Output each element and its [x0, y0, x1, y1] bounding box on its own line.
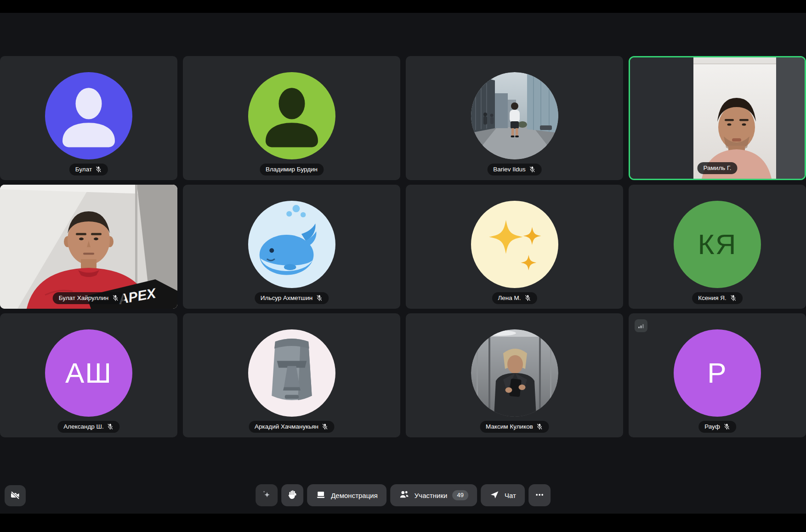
mic-muted-icon — [524, 294, 531, 301]
person-icon — [248, 72, 335, 159]
chat-button[interactable]: Чат — [481, 484, 525, 506]
mic-muted-icon — [322, 423, 329, 430]
letterbox-top — [0, 0, 806, 13]
participant-name-pill: Максим Куликов — [480, 421, 549, 433]
participant-tile[interactable]: КЯКсения Я. — [629, 185, 806, 309]
avatar: КЯ — [674, 201, 761, 288]
sparkles-emoji — [471, 201, 558, 288]
mic-muted-icon — [107, 423, 114, 430]
participant-name: Bariev Ildus — [493, 166, 526, 173]
avatar-photo — [471, 72, 558, 159]
participant-name-pill: Рамиль Г. — [698, 162, 738, 174]
participant-tile[interactable]: Владимир Бурдин — [183, 56, 400, 180]
participant-name: Максим Куликов — [486, 423, 533, 430]
mic-muted-icon — [723, 423, 730, 430]
participant-name-pill: Лена М. — [492, 292, 537, 304]
mic-muted-icon — [95, 166, 102, 173]
participant-tile[interactable]: Лена М. — [406, 185, 623, 309]
elevator-selfie-photo — [471, 329, 558, 417]
participant-name: Рамиль Г. — [704, 164, 732, 172]
participant-tile[interactable]: Ильсур Ахметшин — [183, 185, 400, 309]
participant-name-pill: Александр Ш. — [57, 421, 119, 433]
effects-button[interactable] — [255, 484, 278, 506]
avatar-initials: КЯ — [698, 230, 737, 259]
meeting-window: БулатВладимир БурдинBariev IldusРамиль Г… — [0, 0, 806, 532]
participants-count-badge: 49 — [452, 490, 468, 501]
participant-name: Лена М. — [498, 294, 521, 302]
participant-name: Рауф — [704, 423, 720, 430]
participant-tile[interactable]: APEXБулат Хайруллин — [0, 185, 177, 309]
participant-name-pill: Рауф — [698, 421, 736, 433]
avatar — [248, 72, 335, 159]
avatar: Р — [674, 329, 761, 417]
moai-emoji — [248, 329, 335, 417]
participant-name: Булат — [75, 166, 92, 173]
more-button[interactable] — [528, 484, 551, 506]
sparkles-icon — [261, 489, 272, 502]
chat-label: Чат — [505, 492, 516, 499]
mic-muted-icon — [536, 423, 543, 430]
send-plane-icon — [489, 490, 499, 501]
participant-name: Аркадий Хачманукьян — [255, 423, 318, 430]
participant-name: Булат Хайруллин — [59, 294, 109, 302]
avatar-initials: АШ — [65, 359, 112, 387]
avatar-initials: Р — [707, 359, 727, 387]
participant-grid: БулатВладимир БурдинBariev IldusРамиль Г… — [0, 56, 806, 437]
meeting-stage: БулатВладимир БурдинBariev IldusРамиль Г… — [0, 13, 806, 514]
screen-share-icon — [316, 490, 326, 501]
participant-tile[interactable]: Максим Куликов — [406, 313, 623, 437]
mic-muted-icon — [112, 294, 119, 301]
participant-name: Александр Ш. — [63, 423, 103, 430]
participant-tile[interactable]: Аркадий Хачманукьян — [183, 313, 400, 437]
participant-tile[interactable]: АШАлександр Ш. — [0, 313, 177, 437]
raise-hand-button[interactable] — [281, 484, 303, 506]
whale-emoji — [248, 201, 335, 288]
camera-off-button[interactable] — [5, 485, 26, 506]
hand-icon — [287, 489, 298, 501]
participant-video: APEX — [0, 185, 177, 309]
participant-name-pill: Bariev Ildus — [487, 164, 542, 175]
mic-muted-icon — [730, 294, 737, 301]
participant-name-pill: Булат — [69, 164, 108, 175]
participant-video — [630, 57, 805, 179]
weak-connection-icon — [635, 319, 647, 332]
mic-muted-icon — [529, 166, 536, 173]
participants-label: Участники — [414, 492, 448, 499]
letterbox-bottom — [0, 514, 806, 532]
toolbar: Демонстрация Участники 49 — [255, 484, 551, 506]
share-screen-button[interactable]: Демонстрация — [307, 484, 386, 506]
participant-name: Ильсур Ахметшин — [261, 294, 312, 302]
person-icon — [45, 72, 132, 159]
camera-off-icon — [10, 490, 21, 502]
street-photo — [471, 72, 558, 159]
participant-tile[interactable]: Bariev Ildus — [406, 56, 623, 180]
avatar — [248, 201, 335, 288]
participant-name-pill: Аркадий Хачманукьян — [249, 421, 335, 433]
participant-name-pill: Булат Хайруллин — [53, 292, 125, 304]
avatar: АШ — [45, 329, 132, 417]
avatar — [248, 329, 335, 417]
participant-name-pill: Владимир Бурдин — [260, 164, 324, 175]
avatar — [45, 72, 132, 159]
participant-tile[interactable]: РРауф — [629, 313, 806, 437]
participants-icon — [399, 489, 409, 501]
participant-name-pill: Ильсур Ахметшин — [255, 292, 329, 304]
participant-tile[interactable]: Рамиль Г. — [629, 56, 806, 180]
participants-button[interactable]: Участники 49 — [390, 484, 477, 506]
mic-muted-icon — [316, 294, 323, 301]
ellipsis-icon — [534, 489, 545, 502]
share-screen-label: Демонстрация — [331, 492, 378, 499]
avatar — [471, 201, 558, 288]
participant-name: Ксения Я. — [698, 294, 727, 302]
avatar-photo — [471, 329, 558, 417]
participant-tile[interactable]: Булат — [0, 56, 177, 180]
participant-name: Владимир Бурдин — [266, 166, 318, 173]
participant-name-pill: Ксения Я. — [692, 292, 743, 304]
